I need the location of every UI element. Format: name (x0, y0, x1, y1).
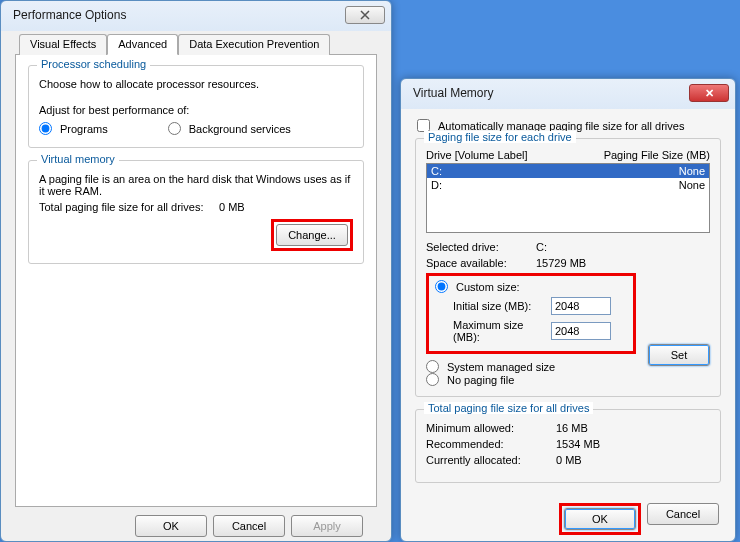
ok-button[interactable]: OK (135, 515, 207, 537)
initial-size-input[interactable] (551, 297, 611, 315)
vm-total-value: 0 MB (219, 201, 245, 213)
performance-options-window: Performance Options Visual Effects Advan… (0, 0, 392, 542)
set-button[interactable]: Set (648, 344, 710, 366)
radio-custom-label: Custom size: (456, 281, 520, 293)
list-item[interactable]: D: None (427, 178, 709, 192)
virtual-memory-group: Virtual memory A paging file is an area … (28, 160, 364, 264)
close-button[interactable]: ✕ (689, 84, 729, 102)
drive-cell: C: (431, 165, 679, 177)
tab-panel-advanced: Processor scheduling Choose how to alloc… (15, 55, 377, 507)
col-drive: Drive [Volume Label] (426, 149, 604, 161)
close-button[interactable] (345, 6, 385, 24)
radio-sysman-label: System managed size (447, 361, 555, 373)
radio-programs-input[interactable] (39, 122, 52, 135)
radio-nopf-input[interactable] (426, 373, 439, 386)
selected-drive-label: Selected drive: (426, 241, 536, 253)
maximum-size-input[interactable] (551, 322, 611, 340)
radio-custom-size[interactable]: Custom size: (435, 280, 627, 293)
currently-allocated-value: 0 MB (556, 454, 582, 466)
group-title: Total paging file size for all drives (424, 402, 593, 414)
dialog-buttons: OK Cancel (415, 495, 721, 535)
highlight-ok: OK (559, 503, 641, 535)
change-button[interactable]: Change... (276, 224, 348, 246)
window-title: Virtual Memory (413, 86, 689, 100)
recommended-label: Recommended: (426, 438, 556, 450)
highlight-custom-size: Custom size: Initial size (MB): Maximum … (426, 273, 636, 354)
size-cell: None (679, 165, 705, 177)
radio-nopf-label: No paging file (447, 374, 514, 386)
proc-desc: Choose how to allocate processor resourc… (39, 78, 353, 90)
group-title: Processor scheduling (37, 58, 150, 70)
radio-bgservices-input[interactable] (168, 122, 181, 135)
vm-desc: A paging file is an area on the hard dis… (39, 173, 353, 197)
group-title: Paging file size for each drive (424, 131, 576, 143)
window-title: Performance Options (13, 8, 345, 22)
size-cell: None (679, 179, 705, 191)
drive-cell: D: (431, 179, 679, 191)
titlebar[interactable]: Virtual Memory ✕ (401, 79, 735, 107)
ok-button[interactable]: OK (564, 508, 636, 530)
tab-dep[interactable]: Data Execution Prevention (178, 34, 330, 55)
space-available-value: 15729 MB (536, 257, 586, 269)
total-group: Total paging file size for all drives Mi… (415, 409, 721, 483)
auto-manage-label: Automatically manage paging file size fo… (438, 120, 684, 132)
group-title: Virtual memory (37, 153, 119, 165)
radio-programs-label: Programs (60, 123, 108, 135)
cancel-button[interactable]: Cancel (647, 503, 719, 525)
maximum-size-label: Maximum size (MB): (435, 319, 545, 343)
drive-list[interactable]: C: None D: None (426, 163, 710, 233)
dialog-buttons: OK Cancel Apply (15, 507, 377, 537)
currently-allocated-label: Currently allocated: (426, 454, 556, 466)
radio-programs[interactable]: Programs (39, 122, 108, 135)
radio-bgservices[interactable]: Background services (168, 122, 291, 135)
radio-no-paging-file[interactable]: No paging file (426, 373, 710, 386)
processor-scheduling-group: Processor scheduling Choose how to alloc… (28, 65, 364, 148)
radio-sysman-input[interactable] (426, 360, 439, 373)
initial-size-label: Initial size (MB): (435, 300, 545, 312)
vm-total-label: Total paging file size for all drives: (39, 201, 219, 213)
radio-custom-input[interactable] (435, 280, 448, 293)
close-icon (360, 10, 370, 20)
tab-visual-effects[interactable]: Visual Effects (19, 34, 107, 55)
min-allowed-label: Minimum allowed: (426, 422, 556, 434)
selected-drive-value: C: (536, 241, 547, 253)
list-item[interactable]: C: None (427, 164, 709, 178)
highlight-change: Change... (271, 219, 353, 251)
col-size: Paging File Size (MB) (604, 149, 710, 161)
each-drive-group: Paging file size for each drive Drive [V… (415, 138, 721, 397)
tab-advanced[interactable]: Advanced (107, 34, 178, 55)
cancel-button[interactable]: Cancel (213, 515, 285, 537)
titlebar[interactable]: Performance Options (1, 1, 391, 29)
space-available-label: Space available: (426, 257, 536, 269)
apply-button[interactable]: Apply (291, 515, 363, 537)
proc-adjust: Adjust for best performance of: (39, 104, 353, 116)
tab-bar: Visual Effects Advanced Data Execution P… (15, 33, 377, 55)
radio-bgservices-label: Background services (189, 123, 291, 135)
recommended-value: 1534 MB (556, 438, 600, 450)
min-allowed-value: 16 MB (556, 422, 588, 434)
virtual-memory-window: Virtual Memory ✕ Automatically manage pa… (400, 78, 736, 542)
